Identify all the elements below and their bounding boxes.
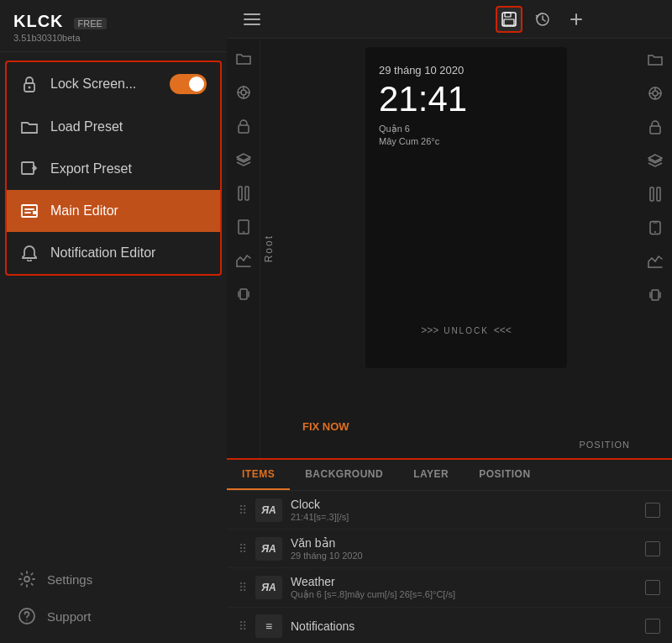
- item-checkbox-clock[interactable]: [645, 503, 660, 518]
- item-checkbox-weather[interactable]: [645, 580, 660, 595]
- phone-time: 21:41: [379, 80, 554, 119]
- lock-icon: [20, 75, 39, 93]
- app-name: KLCK: [13, 12, 64, 31]
- bottom-tabs: ITEMS BACKGROUND LAYER POSITION: [227, 460, 672, 491]
- top-toolbar: [227, 0, 672, 39]
- sidebar-item-export-preset[interactable]: Export Preset: [7, 148, 220, 190]
- svg-rect-21: [650, 126, 660, 134]
- right-layers-btn[interactable]: [641, 146, 669, 175]
- vert-lock-btn[interactable]: [230, 113, 257, 140]
- sidebar-item-support[interactable]: Support: [0, 598, 227, 635]
- item-name-vanban: Văn bản: [291, 536, 637, 550]
- unlock-text: UNLOCK: [444, 326, 489, 335]
- svg-rect-18: [240, 289, 247, 299]
- sidebar-item-load-preset[interactable]: Load Preset: [7, 106, 220, 148]
- editor-area: Root 29 tháng 10 2020 21:41 Quận 6 Mây C…: [227, 39, 672, 458]
- sidebar-nav-section: Lock Screen... Load Preset Export Preset: [5, 61, 222, 276]
- vert-layers-btn[interactable]: [230, 146, 257, 173]
- svg-point-13: [241, 90, 246, 95]
- main-editor-label: Main Editor: [50, 203, 118, 219]
- phone-date: 29 tháng 10 2020: [379, 64, 554, 76]
- phone-location: Quận 6: [379, 124, 554, 134]
- right-folder-btn[interactable]: [641, 45, 669, 74]
- right-lock-btn[interactable]: [641, 113, 669, 141]
- item-name-clock: Clock: [291, 498, 637, 511]
- svg-rect-25: [652, 290, 659, 300]
- svg-point-5: [24, 577, 29, 582]
- save-button[interactable]: [496, 6, 522, 33]
- drag-handle-vanban[interactable]: ⠿: [239, 542, 247, 556]
- fix-now-button[interactable]: FIX NOW: [302, 420, 349, 433]
- phone-unlock-area: >>> UNLOCK <<<: [379, 318, 554, 343]
- tab-background[interactable]: BACKGROUND: [290, 460, 398, 490]
- tab-position[interactable]: POSITION: [464, 460, 545, 490]
- item-icon-clock: ЯA: [255, 498, 282, 522]
- item-icon-vanban: ЯA: [255, 537, 282, 561]
- svg-rect-2: [22, 162, 34, 174]
- editor-icon: [20, 202, 39, 220]
- tab-layer[interactable]: LAYER: [398, 460, 464, 490]
- item-checkbox-notifications[interactable]: [645, 619, 660, 634]
- vert-chart-btn[interactable]: [230, 247, 257, 274]
- svg-point-24: [654, 231, 656, 233]
- vert-folder-btn[interactable]: [230, 45, 257, 72]
- phone-preview-area: Root 29 tháng 10 2020 21:41 Quận 6 Mây C…: [260, 39, 672, 458]
- right-chart-btn[interactable]: [641, 247, 669, 276]
- sidebar-item-settings[interactable]: Settings: [0, 561, 227, 598]
- folder-icon: [20, 118, 39, 136]
- svg-rect-10: [504, 19, 514, 25]
- menu-button[interactable]: [239, 6, 265, 33]
- svg-rect-23: [657, 187, 660, 201]
- item-icon-notifications: ≡: [255, 614, 282, 638]
- vert-phone-btn[interactable]: [230, 213, 257, 240]
- svg-point-7: [26, 619, 28, 621]
- item-row-notifications[interactable]: ⠿ ≡ Notifications: [227, 608, 672, 643]
- item-icon-weather: ЯA: [255, 576, 282, 599]
- history-button[interactable]: [529, 6, 556, 33]
- drag-handle-clock[interactable]: ⠿: [239, 503, 247, 517]
- root-label: Root: [260, 39, 277, 458]
- vert-vibrate-btn[interactable]: [230, 281, 257, 308]
- item-checkbox-vanban[interactable]: [645, 541, 660, 556]
- right-phone-btn[interactable]: [641, 213, 669, 242]
- items-list: ⠿ ЯA Clock 21:41[s=.3][/s] ⠿ ЯA Văn bản: [227, 491, 672, 643]
- sidebar-item-notification-editor[interactable]: Notification Editor: [7, 232, 220, 274]
- main-content: Root 29 tháng 10 2020 21:41 Quận 6 Mây C…: [227, 0, 672, 643]
- right-target-btn[interactable]: [641, 79, 669, 108]
- right-pause-btn[interactable]: [641, 180, 669, 208]
- vert-pause-btn[interactable]: [230, 180, 257, 207]
- load-preset-label: Load Preset: [50, 119, 123, 134]
- drag-handle-weather[interactable]: ⠿: [239, 581, 247, 594]
- right-vibrate-btn[interactable]: [641, 281, 669, 309]
- notification-icon: [20, 244, 39, 262]
- settings-label: Settings: [47, 572, 92, 587]
- item-row-vanban[interactable]: ⠿ ЯA Văn bản 29 tháng 10 2020: [227, 530, 672, 568]
- item-value-weather: Quận 6 [s=.8]mây cum[/s] 26[s=.6]°C[/s]: [291, 589, 637, 600]
- right-icon-bar: [638, 39, 672, 458]
- item-name-notifications: Notifications: [291, 619, 637, 633]
- sidebar-item-main-editor[interactable]: Main Editor: [7, 190, 220, 232]
- item-row-clock[interactable]: ⠿ ЯA Clock 21:41[s=.3][/s]: [227, 491, 672, 530]
- export-preset-label: Export Preset: [50, 161, 132, 177]
- gear-icon: [18, 571, 35, 588]
- lock-screen-toggle[interactable]: [170, 74, 207, 94]
- position-label: POSITION: [579, 440, 630, 450]
- svg-point-17: [243, 231, 244, 233]
- add-button[interactable]: [563, 6, 590, 33]
- sidebar-item-lock-screen[interactable]: Lock Screen...: [7, 62, 220, 106]
- svg-rect-4: [33, 211, 36, 214]
- drag-handle-notifications[interactable]: ⠿: [239, 619, 247, 633]
- support-label: Support: [47, 609, 92, 624]
- vert-target-btn[interactable]: [230, 79, 257, 106]
- svg-rect-15: [239, 187, 242, 200]
- item-row-weather[interactable]: ⠿ ЯA Weather Quận 6 [s=.8]mây cum[/s] 26…: [227, 568, 672, 608]
- phone-weather: Mây Cum 26°c: [379, 136, 554, 146]
- app-version: 3.51b30310beta: [13, 33, 213, 43]
- svg-rect-16: [245, 187, 249, 200]
- bottom-panel: ITEMS BACKGROUND LAYER POSITION ⠿ ЯA Clo…: [227, 458, 672, 643]
- question-icon: [18, 608, 35, 625]
- item-value-clock: 21:41[s=.3][/s]: [291, 512, 637, 522]
- tab-items[interactable]: ITEMS: [227, 460, 290, 490]
- svg-rect-22: [650, 187, 654, 201]
- left-vert-toolbar: [227, 39, 260, 458]
